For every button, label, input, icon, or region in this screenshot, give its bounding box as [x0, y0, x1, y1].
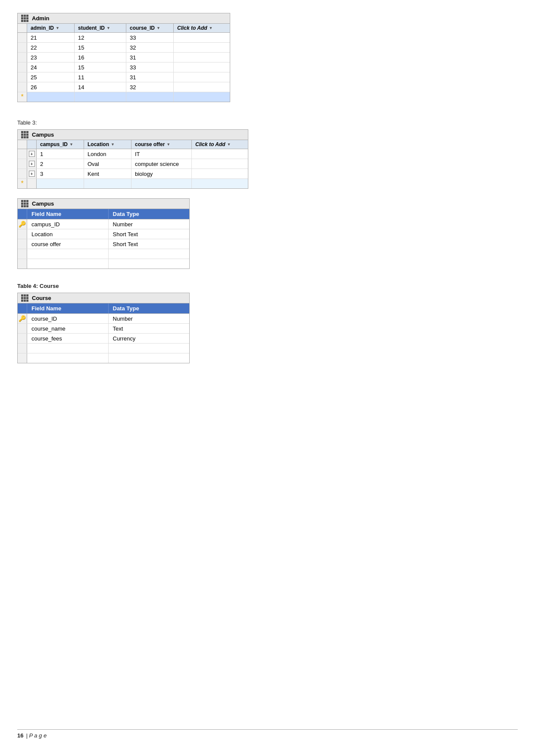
campus-click-dropdown-arrow[interactable]: ▼: [227, 142, 231, 147]
admin-row2-admin-id[interactable]: 22: [27, 43, 75, 52]
campus-design-row2-type[interactable]: Short Text: [109, 229, 190, 239]
course-design-row4-field[interactable]: [27, 344, 109, 353]
admin-row4-student-id[interactable]: 15: [75, 62, 126, 72]
table4-label: Table 4: Course: [17, 283, 518, 289]
campus-row1-click[interactable]: [192, 149, 248, 159]
campus-header-click-to-add[interactable]: Click to Add ▼: [192, 140, 248, 149]
expand-btn-2[interactable]: +: [29, 161, 35, 167]
admin-header-course-id[interactable]: course_ID ▼: [126, 24, 174, 32]
admin-row4-admin-id[interactable]: 24: [27, 62, 75, 72]
course-design-row2-field[interactable]: course_name: [27, 324, 109, 333]
admin-header-click-to-add[interactable]: Click to Add ▼: [174, 24, 230, 32]
admin-row3-course-id[interactable]: 31: [126, 53, 174, 62]
course-design-row3-indicator: [18, 334, 27, 343]
campus-row1-location[interactable]: London: [84, 149, 131, 159]
page-label: | P a g e: [26, 732, 47, 739]
campus-design-table: Campus Field Name Data Type 🔑 campus_ID …: [17, 198, 190, 269]
campus-row2-expand[interactable]: +: [27, 159, 37, 169]
campus-row1-campus-id[interactable]: 1: [37, 149, 84, 159]
campus-row2-campus-id[interactable]: 2: [37, 159, 84, 169]
campus-header-course-offer[interactable]: course offer ▼: [131, 140, 192, 149]
campus-design-row-1: 🔑 campus_ID Number: [18, 219, 189, 229]
campus-row3-course-offer[interactable]: biology: [131, 169, 192, 178]
admin-row2-click[interactable]: [174, 43, 230, 52]
campus-design-row4-type[interactable]: [109, 249, 190, 259]
admin-new-student-id[interactable]: [75, 92, 126, 102]
admin-row6-student-id[interactable]: 14: [75, 82, 126, 92]
campus-row3-expand[interactable]: +: [27, 169, 37, 178]
campus-new-location[interactable]: [84, 179, 131, 188]
key-icon-course: 🔑: [19, 315, 26, 322]
admin-row5-course-id[interactable]: 31: [126, 72, 174, 82]
admin-row1-click[interactable]: [174, 33, 230, 42]
campus-design-row3-type[interactable]: Short Text: [109, 239, 190, 249]
campus-design-row-4: [18, 249, 189, 259]
campus-datasheet-grid-icon: [21, 131, 28, 138]
campus-row2-click[interactable]: [192, 159, 248, 169]
course-design-row1-indicator: 🔑: [18, 314, 27, 323]
campus-datasheet-title: Campus: [32, 131, 54, 138]
course-design-row3-field[interactable]: course_fees: [27, 334, 109, 343]
campus-row1-expand[interactable]: +: [27, 149, 37, 159]
admin-row1-admin-id[interactable]: 21: [27, 33, 75, 42]
course-offer-dropdown-arrow[interactable]: ▼: [166, 142, 170, 147]
campus-new-expand: [27, 179, 37, 188]
admin-row6-admin-id[interactable]: 26: [27, 82, 75, 92]
campus-design-row5-type[interactable]: [109, 259, 190, 269]
expand-btn-3[interactable]: +: [29, 171, 35, 177]
admin-id-dropdown-arrow[interactable]: ▼: [56, 26, 59, 30]
course-id-dropdown-arrow[interactable]: ▼: [156, 26, 160, 30]
expand-btn-1[interactable]: +: [29, 151, 35, 157]
campus-header-location[interactable]: Location ▼: [84, 140, 131, 149]
campus-row2-course-offer[interactable]: computer science: [131, 159, 192, 169]
course-design-row1-field[interactable]: course_ID: [27, 314, 109, 323]
admin-row4-click[interactable]: [174, 62, 230, 72]
course-design-row1-type[interactable]: Number: [109, 314, 190, 323]
admin-row1-student-id[interactable]: 12: [75, 33, 126, 42]
admin-row3-click[interactable]: [174, 53, 230, 62]
admin-row5-student-id[interactable]: 11: [75, 72, 126, 82]
course-design-row4-indicator: [18, 344, 27, 353]
campus-new-campus-id[interactable]: [37, 179, 84, 188]
course-design-row4-type[interactable]: [109, 344, 190, 353]
admin-new-admin-id[interactable]: [27, 92, 75, 102]
campus-header-campus-id[interactable]: campus_ID ▼: [37, 140, 84, 149]
admin-row2-student-id[interactable]: 15: [75, 43, 126, 52]
campus-design-row3-field[interactable]: course offer: [27, 239, 109, 249]
course-design-row-2: course_name Text: [18, 324, 189, 334]
campus-row2-location[interactable]: Oval: [84, 159, 131, 169]
admin-new-click[interactable]: [174, 92, 230, 102]
admin-row3-student-id[interactable]: 16: [75, 53, 126, 62]
campus-new-click[interactable]: [192, 179, 248, 188]
campus-new-course-offer[interactable]: [131, 179, 192, 188]
admin-row4-course-id[interactable]: 33: [126, 62, 174, 72]
course-design-row5-type[interactable]: [109, 353, 190, 363]
admin-row5-admin-id[interactable]: 25: [27, 72, 75, 82]
course-design-row2-type[interactable]: Text: [109, 324, 190, 333]
admin-row6-click[interactable]: [174, 82, 230, 92]
campus-design-row2-field[interactable]: Location: [27, 229, 109, 239]
admin-new-course-id[interactable]: [126, 92, 174, 102]
campus-row3-location[interactable]: Kent: [84, 169, 131, 178]
campus-design-row5-field[interactable]: [27, 259, 109, 269]
admin-row6-course-id[interactable]: 32: [126, 82, 174, 92]
campus-design-row1-type[interactable]: Number: [109, 219, 190, 229]
student-id-dropdown-arrow[interactable]: ▼: [106, 26, 110, 30]
admin-row2-course-id[interactable]: 32: [126, 43, 174, 52]
campus-row1-course-offer[interactable]: IT: [131, 149, 192, 159]
click-to-add-dropdown-arrow[interactable]: ▼: [209, 26, 213, 30]
admin-header-admin-id[interactable]: admin_ID ▼: [27, 24, 75, 32]
campus-id-dropdown-arrow[interactable]: ▼: [69, 142, 73, 147]
admin-row1-course-id[interactable]: 33: [126, 33, 174, 42]
admin-header-student-id[interactable]: student_ID ▼: [75, 24, 126, 32]
course-design-row5-field[interactable]: [27, 353, 109, 363]
campus-row3-click[interactable]: [192, 169, 248, 178]
course-design-row3-type[interactable]: Currency: [109, 334, 190, 343]
campus-row3-campus-id[interactable]: 3: [37, 169, 84, 178]
admin-row4-indicator: [18, 62, 27, 72]
campus-design-row1-field[interactable]: campus_ID: [27, 219, 109, 229]
admin-row3-admin-id[interactable]: 23: [27, 53, 75, 62]
campus-design-row4-field[interactable]: [27, 249, 109, 259]
location-dropdown-arrow[interactable]: ▼: [111, 142, 115, 147]
admin-row5-click[interactable]: [174, 72, 230, 82]
